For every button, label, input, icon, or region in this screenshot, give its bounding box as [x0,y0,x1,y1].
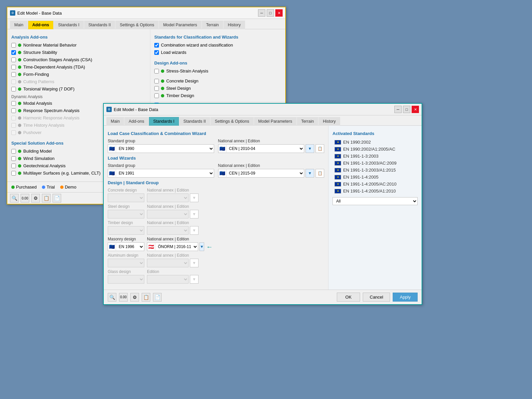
tab-standards1-w2[interactable]: Standards I [149,117,179,126]
apply-button[interactable]: Apply [393,293,418,302]
tab-standards2-w1[interactable]: Standards II [84,21,115,29]
lw-cen-flag: 🇪🇺 [218,169,226,178]
tab-modelparams-w2[interactable]: Model Parameters [254,117,297,126]
cb-formfinding-input[interactable] [11,72,16,77]
toolbar-config1[interactable]: ⚙ [31,194,40,202]
cb-csa[interactable]: Construction Stages Analysis (CSA) [11,57,146,63]
tab-terrain-w1[interactable]: Terrain [202,21,223,29]
toolbar-num[interactable]: 0.00 [21,194,29,202]
toolbar-search[interactable]: 🔍 [10,194,19,202]
w2-toolbar-config2[interactable]: 📋 [142,293,150,302]
tab-standards1-w1[interactable]: Standards I [54,21,84,29]
lc-filter-btn[interactable]: ▼ [306,144,314,153]
toolbar-config2[interactable]: 📋 [42,194,51,202]
cb-load-wizards[interactable]: Load wizards [154,50,281,55]
tab-addons-w1[interactable]: Add-ons [28,21,54,29]
cb-structure-stability-label: Structure Stability [23,50,57,55]
tab-history-w2[interactable]: History [319,117,340,126]
tab-main-w2[interactable]: Main [106,117,124,126]
std-item-6[interactable]: ★ EN 1991-1-4:2005/AC:2010 [332,181,418,188]
w2-toolbar-search[interactable]: 🔍 [108,293,116,302]
lw-nat-annex-select[interactable]: CEN | 2015-09 [226,169,304,177]
std-item-5[interactable]: ★ EN 1991-1-4:2005 [332,174,418,181]
design-masonry-filter[interactable]: ▼ [200,242,204,251]
cb-modal-input[interactable] [11,101,16,106]
std-item-7[interactable]: ★ EN 1991-1-4:2005/A1:2010 [332,188,418,195]
lc-copy-btn[interactable]: 📋 [316,144,324,153]
design-masonry-nat-select[interactable]: ÖNORM | 2016-11 [155,243,198,251]
lw-std-group-wrap[interactable]: 🇪🇺 EN 1991 [108,169,214,178]
lc-nat-annex-select[interactable]: CEN | 2010-04 [226,145,304,153]
window2-minimize[interactable]: ─ [394,106,402,113]
lw-nat-annex-wrap[interactable]: 🇪🇺 CEN | 2015-09 [218,169,305,178]
window1-close[interactable]: ✕ [275,9,283,17]
cb-torsional[interactable]: Torsional Warping (7 DOF) [11,86,146,92]
window1-minimize[interactable]: ─ [258,9,265,17]
tab-modelparams-w1[interactable]: Model Parameters [159,21,201,29]
w2-toolbar-copy[interactable]: 📄 [153,293,162,302]
cb-structure-stability[interactable]: Structure Stability [11,50,146,55]
tab-standards2-w2[interactable]: Standards II [179,117,210,126]
lw-copy-btn[interactable]: 📋 [316,169,324,178]
std-text-3: EN 1991-1-3:2003/AC:2009 [343,161,396,166]
dot-modal [18,102,21,105]
tab-terrain-w2[interactable]: Terrain [297,117,318,126]
design-timber-label: Timber design [108,220,144,225]
design-masonry-select[interactable]: EN 1996 [116,243,144,251]
cb-combo-wizard-input[interactable] [154,43,159,48]
tab-settings-w2[interactable]: Settings & Options [210,117,254,126]
cb-building-input[interactable] [11,149,16,154]
ok-button[interactable]: OK [337,293,360,302]
std-item-0[interactable]: ★ EN 1990:2002 [332,139,418,146]
cancel-button[interactable]: Cancel [363,293,390,302]
std-item-3[interactable]: ★ EN 1991-1-3:2003/AC:2009 [332,160,418,167]
cb-nonlinear[interactable]: Nonlinear Material Behavior [11,42,146,48]
cb-structure-stability-input[interactable] [11,50,16,55]
cb-steel[interactable]: Steel Design [154,85,281,91]
cb-stress-strain[interactable]: Stress-Strain Analysis [154,68,281,74]
cb-pushover-label: Pushover [23,130,42,135]
cb-cutting: Cutting Patterns [11,79,146,84]
w2-toolbar-config1[interactable]: ⚙ [130,293,139,302]
lc-std-group-select-wrap[interactable]: 🇪🇺 EN 1990 [108,144,214,153]
design-masonry-nat-wrap[interactable]: 🇦🇹 ÖNORM | 2016-11 [147,242,198,251]
cb-stress-input[interactable] [154,69,159,73]
lw-filter-btn[interactable]: ▼ [306,169,314,178]
lw-std-group-select[interactable]: EN 1991 [116,169,214,177]
window2-maximize[interactable]: □ [403,106,410,113]
cb-steel-input[interactable] [154,86,159,91]
cb-concrete[interactable]: Concrete Design [154,78,281,84]
lc-std-group-select[interactable]: EN 1990 [116,145,214,153]
cb-nonlinear-input[interactable] [11,43,16,48]
window2-close[interactable]: ✕ [412,106,419,113]
legend-blue-dot [42,186,45,189]
std-item-1[interactable]: ★ EN 1990:2002/A1:2005/AC [332,146,418,153]
cb-multilayer-input[interactable] [11,171,16,176]
design-timber-nat-select [147,226,189,235]
cb-torsional-input[interactable] [11,87,16,91]
std-item-4[interactable]: ★ EN 1991-1-3:2003/A1:2015 [332,167,418,174]
tab-addons-w2[interactable]: Add-ons [124,117,149,126]
cb-response-input[interactable] [11,108,16,113]
tab-main-w1[interactable]: Main [10,21,28,29]
cb-tda[interactable]: Time-Dependent Analysis (TDA) [11,64,146,70]
cb-concrete-input[interactable] [154,79,159,83]
cb-timber[interactable]: Timber Design [154,93,281,98]
cb-formfinding[interactable]: Form-Finding [11,71,146,77]
window1-maximize[interactable]: □ [267,9,274,17]
cb-geo-input[interactable] [11,164,16,168]
design-masonry-wrap[interactable]: 🇪🇺 EN 1996 [108,242,144,251]
tab-settings-w1[interactable]: Settings & Options [115,21,159,29]
toolbar-copy[interactable]: 📄 [53,194,61,202]
cb-timber-input[interactable] [154,93,159,98]
lc-nat-annex-wrap[interactable]: 🇪🇺 CEN | 2010-04 [218,144,305,153]
std-item-2[interactable]: ★ EN 1991-1-3:2003 [332,153,418,160]
cb-load-wizards-input[interactable] [154,50,159,55]
cb-tda-input[interactable] [11,65,16,69]
all-standards-dropdown[interactable]: All [332,197,418,205]
cb-csa-input[interactable] [11,58,16,62]
tab-history-w1[interactable]: History [223,21,245,29]
w2-toolbar-num[interactable]: 0.00 [119,293,128,302]
cb-combo-wizard[interactable]: Combination wizard and classification [154,42,281,48]
cb-wind-input[interactable] [11,156,16,161]
